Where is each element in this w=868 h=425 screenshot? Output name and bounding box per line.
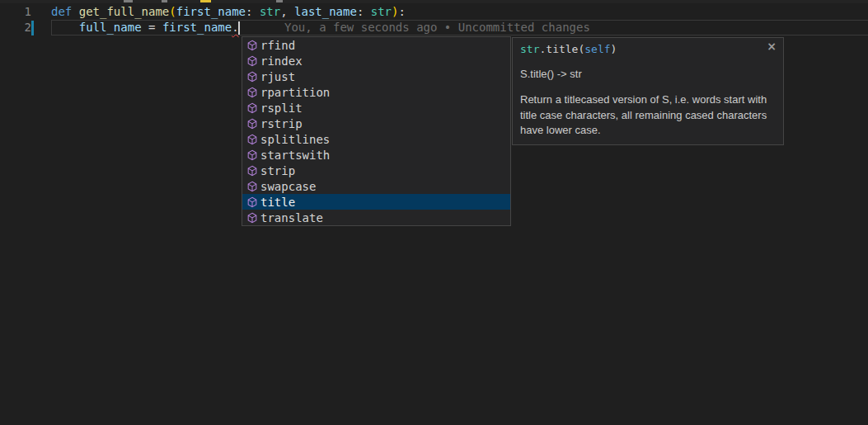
colon: : [357, 5, 371, 18]
suggestion-item-swapcase[interactable]: swapcase [242, 178, 510, 194]
suggestion-item-rpartition[interactable]: rpartition [242, 84, 510, 100]
var-first-name: first_name [162, 21, 232, 34]
suggestion-item-startswith[interactable]: startswith [242, 147, 510, 163]
code-editor[interactable]: 1 2 def get_full_name(first_name: str, l… [0, 0, 868, 425]
suggestion-item-splitlines[interactable]: splitlines [242, 131, 510, 147]
breadcrumb-remnant [162, 0, 167, 2]
suggestion-item-rindex[interactable]: rindex [242, 53, 510, 68]
breadcrumb-remnant-strip [0, 0, 868, 3]
suggestion-label: title [260, 196, 295, 209]
function-name: get_full_name [79, 5, 170, 18]
param-last-name: last_name [294, 5, 357, 18]
suggestion-item-rsplit[interactable]: rsplit [242, 100, 510, 116]
breadcrumb-symbol-icon [200, 0, 211, 2]
suggestion-label: translate [260, 211, 323, 224]
suggestion-label: swapcase [260, 180, 316, 193]
suggestion-docs-panel: str.title(self) S.title() -> str Return … [512, 37, 784, 145]
git-blame-annotation: You, a few seconds ago • Uncommitted cha… [284, 20, 590, 35]
breadcrumb-remnant [124, 0, 133, 2]
method-icon [246, 102, 258, 114]
code-line-1[interactable]: def get_full_name(first_name: str, last_… [51, 4, 406, 20]
suggestion-label: splitlines [260, 133, 330, 146]
suggestion-item-rfind[interactable]: rfind [242, 37, 510, 53]
space [155, 21, 162, 34]
type-str: str [371, 5, 392, 18]
method-icon [246, 134, 258, 145]
text-cursor [238, 21, 240, 35]
method-icon [246, 196, 258, 208]
method-icon [246, 118, 258, 130]
suggestion-label: rjust [260, 70, 295, 83]
method-signature: str.title(self) [520, 43, 776, 56]
indent [51, 21, 79, 34]
keyword-def: def [51, 5, 79, 18]
method-icon [246, 55, 258, 67]
suggestion-label: strip [260, 164, 295, 177]
method-summary: S.title() -> str [520, 68, 776, 81]
comma: , [280, 5, 294, 18]
method-icon [246, 181, 258, 192]
method-icon [246, 40, 258, 51]
method-icon [246, 87, 258, 98]
suggestion-label: rsplit [260, 102, 303, 115]
signature-str: str [520, 43, 539, 55]
space [142, 21, 148, 34]
colon: : [246, 5, 260, 18]
close-paren: ) [392, 5, 398, 18]
signature-self: self [584, 43, 610, 55]
signature-close-paren: ) [611, 43, 617, 55]
method-description: Return a titlecased version of S, i.e. w… [520, 92, 777, 139]
suggestion-label: startswith [260, 149, 330, 162]
line-number-2[interactable]: 2 [0, 20, 31, 35]
code-line-2[interactable]: full_name = first_name. [51, 20, 239, 35]
method-icon [246, 71, 258, 83]
suggestion-item-rjust[interactable]: rjust [242, 68, 510, 84]
line-number-1[interactable]: 1 [0, 4, 31, 20]
suggestion-label: rpartition [260, 86, 330, 99]
suggestion-item-strip[interactable]: strip [242, 163, 510, 178]
method-icon [246, 212, 258, 224]
var-full-name: full_name [79, 21, 142, 34]
type-str: str [260, 5, 280, 18]
close-icon[interactable]: × [767, 40, 777, 53]
suggestion-item-rstrip[interactable]: rstrip [242, 116, 510, 131]
open-paren: ( [169, 5, 176, 18]
suggestion-label: rstrip [260, 117, 303, 130]
signature-method: .title( [539, 43, 584, 55]
colon: : [399, 5, 406, 18]
suggestion-label: rfind [260, 39, 295, 52]
breadcrumb-remnant [276, 0, 283, 2]
suggestion-item-translate[interactable]: translate [242, 210, 510, 225]
git-modified-gutter-indicator [31, 21, 34, 35]
intellisense-suggest-widget: rfind rindex rjust rpartition rsplit rst… [242, 36, 511, 226]
method-icon [246, 149, 258, 161]
suggestion-label: rindex [260, 54, 303, 68]
suggestion-item-title-selected[interactable]: title [242, 194, 510, 210]
param-first-name: first_name [176, 5, 246, 18]
method-icon [246, 165, 258, 177]
